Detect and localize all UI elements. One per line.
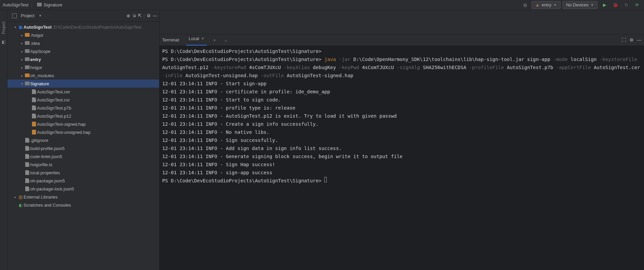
cmd-arg: SHA256withECDSA bbox=[423, 65, 466, 70]
file-build-profile[interactable]: build-profile.json5 bbox=[7, 144, 159, 152]
scratches-consoles[interactable]: ◐Scratches and Consoles bbox=[7, 201, 159, 209]
folder-hvigor[interactable]: ▸hvigor bbox=[7, 63, 159, 71]
run-icon[interactable]: ▶ bbox=[600, 1, 609, 9]
project-tool-button[interactable]: Project bbox=[1, 20, 6, 36]
target-icon[interactable]: ◎ bbox=[521, 1, 530, 9]
cmd-arg: 4sComTJUXcU bbox=[249, 65, 281, 70]
log-line: 12-01 23:14:11 INFO - profile type is: r… bbox=[162, 104, 641, 112]
file-label: hvigorfile.ts bbox=[30, 162, 52, 167]
file-label: AutoSignTest.cer bbox=[37, 89, 70, 94]
log-line: 12-01 23:14:11 INFO - Add sign data in s… bbox=[162, 144, 641, 152]
editor-empty bbox=[159, 10, 644, 34]
folder-entry[interactable]: ▸entry bbox=[7, 55, 159, 63]
module-icon: ▣ bbox=[17, 25, 24, 30]
file-gitignore[interactable]: .gitignore bbox=[7, 136, 159, 144]
project-tree[interactable]: ▾ ▣ AutoSignTest D:\Code\DevEcoStudioPro… bbox=[7, 22, 159, 270]
chevron-right-icon: ▸ bbox=[20, 33, 24, 37]
left-gutter: Project ◧ bbox=[0, 10, 7, 270]
terminal-prompt: PS D:\Code\DevEcoStudioProjects\AutoSign… bbox=[162, 57, 321, 62]
settings-icon[interactable]: ⚙ bbox=[147, 13, 151, 18]
file-label: AutoSignTest-signed.hap bbox=[37, 122, 86, 127]
file-icon bbox=[25, 186, 29, 191]
external-libraries-label: External Libraries bbox=[24, 194, 58, 200]
file-icon bbox=[32, 89, 36, 94]
chevron-right-icon: ▸ bbox=[20, 74, 24, 78]
select-opened-icon[interactable]: ⊕ bbox=[127, 13, 130, 18]
file-oh-package-lock[interactable]: oh-package-lock.json5 bbox=[7, 185, 159, 193]
breadcrumb-current[interactable]: Signature bbox=[44, 2, 63, 7]
file-label: oh-package-lock.json5 bbox=[30, 186, 74, 191]
log-line: 12-01 23:14:11 INFO - AutoSignTest.p12 i… bbox=[162, 112, 641, 120]
file-label: AutoSignTest.p12 bbox=[37, 114, 71, 119]
cmd-flag: -inFile bbox=[162, 73, 182, 78]
file-label: local.properties bbox=[30, 170, 60, 175]
project-root[interactable]: ▾ ▣ AutoSignTest D:\Code\DevEcoStudioPro… bbox=[7, 23, 159, 31]
terminal-panel: Terminal: Local ✕ ＋ ⌄ ⛶ ⚙ — PS D:\Code\D… bbox=[159, 34, 644, 270]
folder-signature[interactable]: ▾Signature bbox=[7, 80, 159, 88]
cmd-arg: 4sComTJUXcU bbox=[362, 65, 394, 70]
folder-icon bbox=[25, 41, 30, 46]
terminal-tab-local[interactable]: Local ✕ bbox=[186, 34, 207, 46]
folder-label: entry bbox=[30, 57, 41, 62]
file-cer[interactable]: AutoSignTest.cer bbox=[7, 88, 159, 96]
chevron-right-icon: ▸ bbox=[20, 58, 24, 61]
hide-icon[interactable]: — bbox=[153, 13, 157, 18]
maximize-icon[interactable]: ⛶ bbox=[622, 37, 626, 42]
terminal-output[interactable]: PS D:\Code\DevEcoStudioProjects\AutoSign… bbox=[159, 46, 644, 270]
new-terminal-button[interactable]: ＋ bbox=[210, 37, 219, 43]
terminal-prompt: PS D:\Code\DevEcoStudioProjects\AutoSign… bbox=[162, 49, 321, 54]
coverage-icon[interactable]: ↻ bbox=[622, 1, 631, 9]
file-icon bbox=[25, 138, 29, 143]
chevron-right-icon: ▸ bbox=[20, 50, 24, 53]
file-code-linter[interactable]: code-linter.json5 bbox=[7, 152, 159, 160]
breadcrumb-root[interactable]: AutoSignTest bbox=[3, 2, 29, 7]
external-libraries[interactable]: ▸▥External Libraries bbox=[7, 193, 159, 201]
log-line: 12-01 23:14:11 INFO - Sign Hap success! bbox=[162, 160, 641, 169]
divider: | bbox=[144, 13, 145, 18]
cmd-flag: -profileFile bbox=[469, 65, 504, 70]
hap-icon bbox=[32, 122, 36, 126]
module-selector[interactable]: ▲ entry ▼ bbox=[532, 1, 561, 9]
folder-hvigor-dot[interactable]: ▸.hvigor bbox=[7, 31, 159, 39]
cmd-arg: AutoSignTest.p12 bbox=[162, 65, 209, 70]
folder-appscope[interactable]: ▸AppScope bbox=[7, 47, 159, 55]
folder-icon bbox=[25, 33, 30, 38]
file-signed-hap[interactable]: AutoSignTest-signed.hap bbox=[7, 120, 159, 128]
file-unsigned-hap[interactable]: AutoSignTest-unsigned.hap bbox=[7, 128, 159, 136]
file-icon bbox=[25, 162, 29, 167]
file-icon bbox=[25, 146, 29, 151]
file-p12[interactable]: AutoSignTest.p12 bbox=[7, 112, 159, 120]
folder-idea[interactable]: ▸.idea bbox=[7, 39, 159, 47]
log-line: 12-01 23:14:11 INFO - certificate in pro… bbox=[162, 88, 641, 96]
project-root-path: D:\Code\DevEcoStudioProjects\AutoSignTes… bbox=[54, 25, 142, 30]
debug-icon[interactable]: 🐞 bbox=[611, 1, 620, 9]
cmd-arg: D:\Code\OpenHarmony_SDK\12\toolchains\li… bbox=[353, 57, 550, 62]
chevron-right-icon: ▸ bbox=[13, 195, 17, 199]
folder-oh-modules[interactable]: ▸oh_modules bbox=[7, 71, 159, 80]
cmd-flag: -keyAlias bbox=[284, 65, 310, 70]
file-csr[interactable]: AutoSignTest.csr bbox=[7, 96, 159, 104]
terminal-title: Terminal: bbox=[162, 37, 180, 42]
cmd-arg: debugKey bbox=[313, 65, 336, 70]
close-icon[interactable]: ✕ bbox=[201, 36, 204, 41]
settings-icon[interactable]: ⚙ bbox=[630, 37, 634, 42]
file-hvigorfile[interactable]: hvigorfile.ts bbox=[7, 160, 159, 169]
file-local-properties[interactable]: local.properties bbox=[7, 169, 159, 177]
refresh-icon[interactable]: ⟳ bbox=[633, 1, 641, 9]
chevron-down-icon[interactable]: ⌄ bbox=[222, 37, 230, 42]
expand-icon[interactable]: ⇲ bbox=[132, 13, 136, 18]
chevron-right-icon: ▸ bbox=[20, 66, 24, 69]
device-selector[interactable]: No Devices ▼ bbox=[563, 1, 598, 9]
folder-label: hvigor bbox=[30, 65, 42, 70]
folder-label: Signature bbox=[30, 81, 49, 86]
hide-icon[interactable]: — bbox=[637, 37, 641, 42]
collapse-icon[interactable]: ⇱ bbox=[138, 13, 142, 18]
project-view-label[interactable]: Project bbox=[21, 13, 34, 18]
file-p7b[interactable]: AutoSignTest.p7b bbox=[7, 104, 159, 112]
file-oh-package[interactable]: oh-package.json5 bbox=[7, 177, 159, 185]
scratches-label: Scratches and Consoles bbox=[24, 203, 71, 208]
breadcrumb[interactable]: AutoSignTest 〉 Signature bbox=[3, 2, 62, 8]
bookmark-icon[interactable]: ◧ bbox=[2, 39, 6, 44]
file-icon bbox=[25, 170, 29, 175]
breadcrumb-separator: 〉 bbox=[31, 2, 35, 8]
